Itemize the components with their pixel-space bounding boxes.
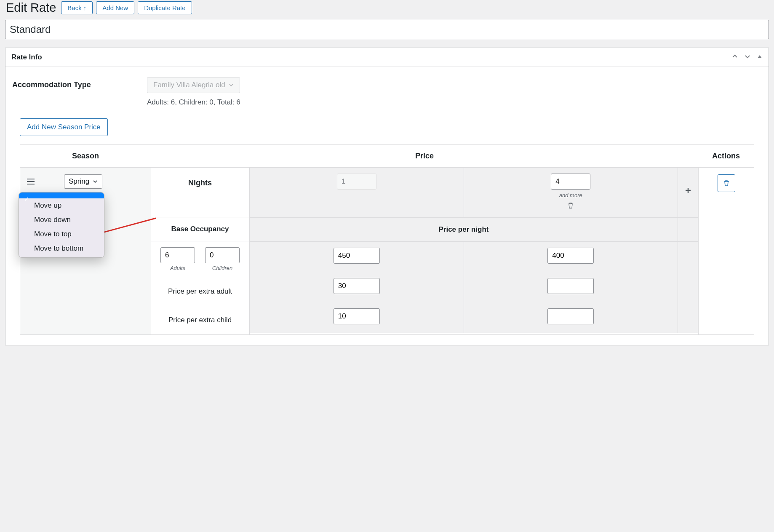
ppn-input-1[interactable] (334, 248, 380, 264)
extra-child-input-2[interactable] (547, 308, 594, 324)
ppn-input-2[interactable] (547, 248, 594, 264)
nights-input-2[interactable] (551, 174, 590, 190)
season-select-value: Spring (69, 177, 89, 186)
add-night-col-button[interactable] (685, 186, 691, 196)
th-price: Price (151, 145, 698, 167)
duplicate-rate-button[interactable]: Duplicate Rate (138, 1, 192, 14)
delete-night-col-button[interactable] (568, 203, 574, 210)
drag-handle-icon[interactable] (27, 174, 35, 187)
th-actions: Actions (698, 145, 754, 167)
accommodation-type-select: Family Villa Alegria old (147, 77, 240, 93)
add-season-price-button[interactable]: Add New Season Price (20, 118, 108, 136)
base-children-input[interactable] (205, 247, 240, 263)
add-new-button[interactable]: Add New (96, 1, 134, 14)
season-select[interactable]: Spring (64, 174, 102, 189)
back-button[interactable]: Back ↑ (61, 1, 93, 14)
extra-adult-cell-2 (464, 272, 678, 302)
panel-toggle-icon[interactable] (757, 53, 763, 61)
panel-collapse-icon[interactable] (731, 53, 738, 61)
base-adults-input[interactable] (160, 247, 195, 263)
adults-caption: Adults (160, 265, 195, 271)
delete-row-button[interactable] (718, 174, 735, 192)
extra-adult-input-2[interactable] (547, 278, 594, 294)
night-col-2: and more (464, 168, 678, 217)
price-per-night-header: Price per night (250, 218, 678, 241)
rate-info-panel: Rate Info Accommodation Type Family Vill… (5, 48, 769, 345)
extra-adult-label: Price per extra adult (151, 277, 249, 306)
extra-child-cell-2 (464, 302, 678, 333)
row-action-dropdown: Move up Move down Move to top Move to bo… (19, 192, 104, 258)
extra-child-cell-1 (250, 302, 464, 333)
extra-adult-cell-1 (250, 272, 464, 302)
extra-child-input-1[interactable] (334, 308, 380, 324)
accommodation-type-label: Accommodation Type (12, 77, 147, 89)
rate-name-input[interactable] (5, 20, 769, 39)
dropdown-item-move-up[interactable]: Move up (19, 198, 104, 213)
extra-child-label: Price per extra child (151, 306, 249, 334)
extra-adult-input-1[interactable] (334, 278, 380, 294)
chevron-down-icon (93, 179, 98, 184)
and-more-text: and more (468, 192, 674, 198)
nights-input-1 (337, 174, 376, 190)
dropdown-item-move-down[interactable]: Move down (19, 213, 104, 227)
page-title: Edit Rate (6, 1, 56, 15)
dropdown-item-empty[interactable] (19, 192, 104, 198)
ppn-cell-2 (464, 242, 678, 272)
ppn-cell-1 (250, 242, 464, 272)
accommodation-capacity: Adults: 6, Children: 0, Total: 6 (147, 98, 762, 107)
base-occupancy-label: Base Occupancy (151, 217, 249, 241)
chevron-down-icon (229, 83, 234, 88)
panel-title: Rate Info (11, 53, 42, 61)
dropdown-item-move-bottom[interactable]: Move to bottom (19, 241, 104, 256)
th-season: Season (20, 145, 151, 167)
dropdown-item-move-top[interactable]: Move to top (19, 227, 104, 241)
accommodation-type-value: Family Villa Alegria old (153, 81, 225, 89)
panel-expand-icon[interactable] (744, 53, 751, 61)
night-col-1 (250, 168, 464, 217)
children-caption: Children (205, 265, 240, 271)
nights-label: Nights (151, 168, 249, 217)
